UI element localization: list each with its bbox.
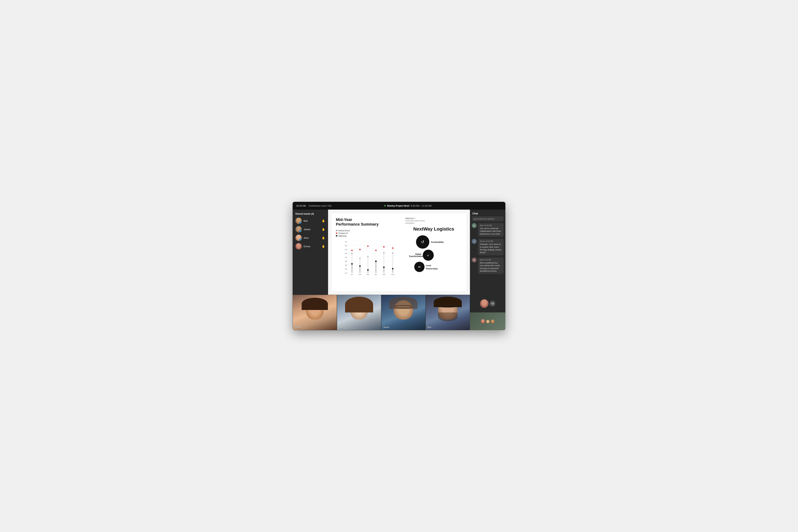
slide-legend: Nostrud Exerci Tincidunt Ut Adipiscing xyxy=(336,230,405,237)
avatar-bob: ✓ xyxy=(296,217,302,224)
conference-app: 10:23 AM Conference room 7/21 Weekly Pro… xyxy=(292,202,506,330)
slide: Mid-Year Performance Summary Nostrud Exe… xyxy=(331,213,467,291)
bubble-sustainability: ↺ xyxy=(416,235,429,249)
slide-right-top: Adipiscing ↗ Lorem ipsum dolor sit amet,… xyxy=(405,217,462,224)
chat-header: Chat xyxy=(470,210,506,216)
raised-hands-title: Raised hands (4) xyxy=(296,212,325,215)
legend-item-1: Nostrud Exerci xyxy=(336,230,405,232)
participant-james[interactable]: ✓ James ✋ xyxy=(296,226,325,232)
chat-avatar-james: J xyxy=(472,239,477,244)
raised-hands-sidebar: Raised hands (4) ✓ Bob ✋ ✓ James xyxy=(292,210,328,295)
meeting-time: 9:00 AM – 11:00 AM xyxy=(411,205,432,207)
svg-point-40 xyxy=(359,265,361,267)
slide-left: Mid-Year Performance Summary Nostrud Exe… xyxy=(336,217,405,287)
chat-message-james: J James 10:22 AM Fantastic. Let's move o… xyxy=(472,239,504,255)
participant-bob[interactable]: ✓ Bob ✋ xyxy=(296,217,325,224)
name-alice: Alice xyxy=(304,236,320,239)
bubble-digital: ↙ xyxy=(423,250,434,261)
chat-message-bob: B Bob 10:23 AM We've published four new … xyxy=(472,258,504,274)
video-label-bob: Bob xyxy=(428,326,431,329)
extra-avatar xyxy=(480,299,489,308)
svg-text:May: May xyxy=(382,273,385,275)
participant-list: ✓ Bob ✋ ✓ James ✋ ✓ xyxy=(296,217,325,249)
chat-bubble-alice: Alice 10:20 AM Yes, we've confirmed coll… xyxy=(478,223,504,237)
bubble-local-wrapper: ✉ LocalPartnerships xyxy=(414,262,438,272)
legend-dot-1 xyxy=(336,230,337,231)
hand-icon-emma: ✋ xyxy=(322,245,325,248)
company-name: NextWay Logistics xyxy=(405,226,462,232)
svg-point-42 xyxy=(367,269,369,271)
chat-avatar-alice: A xyxy=(472,223,477,228)
svg-point-44 xyxy=(375,261,377,262)
legend-item-2: Tincidunt Ut xyxy=(336,232,405,234)
main-content: Raised hands (4) ✓ Bob ✋ ✓ James xyxy=(292,210,506,295)
svg-text:400: 400 xyxy=(345,261,347,262)
svg-text:200: 200 xyxy=(345,268,347,270)
hand-icon-bob: ✋ xyxy=(322,219,325,223)
chat-text-bob: We've published four new articles this m… xyxy=(480,262,502,272)
name-emma: Emma xyxy=(304,245,320,248)
bubbles-area: ↺ Sustainability DigitalTransformation ↙… xyxy=(405,235,462,272)
chat-avatar-bob: B xyxy=(472,258,477,263)
svg-point-48 xyxy=(392,268,394,269)
svg-text:Apr.: Apr. xyxy=(375,273,377,275)
status-dot xyxy=(384,205,386,206)
video-tile-alice[interactable]: Alice xyxy=(337,295,381,330)
svg-point-27 xyxy=(383,252,385,253)
svg-text:Feb.: Feb. xyxy=(359,273,361,275)
top-bar: 10:23 AM Conference room 7/21 Weekly Pro… xyxy=(292,202,506,210)
adipiscing-label: Adipiscing ↗ xyxy=(405,217,427,220)
svg-text:500: 500 xyxy=(345,256,347,258)
chat-sender-bob: Bob 10:23 AM xyxy=(480,259,502,261)
svg-point-36 xyxy=(392,247,394,249)
svg-text:Jan.: Jan. xyxy=(350,273,353,275)
chat-input[interactable]: about influencer partner– xyxy=(472,216,504,221)
slide-right: Adipiscing ↗ Lorem ipsum dolor sit amet,… xyxy=(405,217,462,287)
extra-tile-inner xyxy=(470,312,506,330)
label-local: LocalPartnerships xyxy=(426,264,438,270)
legend-dot-2 xyxy=(336,232,337,234)
lorem-text: Lorem ipsum dolor sit amet, consectetuer xyxy=(405,220,427,224)
badge-james: ✓ xyxy=(299,230,302,232)
video-tile-bob[interactable]: Bob xyxy=(425,295,470,330)
svg-point-33 xyxy=(367,245,369,247)
video-tile-james[interactable]: James xyxy=(381,295,425,330)
meeting-title: Weekly Project Brief xyxy=(387,205,409,207)
svg-point-29 xyxy=(392,252,394,254)
top-bar-left: 10:23 AM Conference room 7/21 xyxy=(296,205,331,207)
video-label-james: James xyxy=(383,326,390,329)
svg-text:900: 900 xyxy=(345,241,347,243)
chat-sender-alice: Alice 10:20 AM xyxy=(480,225,502,226)
svg-point-46 xyxy=(383,267,385,268)
avatar-james: ✓ xyxy=(296,226,302,232)
presentation-area: Mid-Year Performance Summary Nostrud Exe… xyxy=(328,210,470,295)
bubble-sustainability-wrapper: ↺ Sustainability xyxy=(416,235,444,249)
chat-sender-james: James 10:22 AM xyxy=(480,240,502,242)
participant-alice[interactable]: ✓ Alice ✋ xyxy=(296,234,325,241)
badge-bob: ✓ xyxy=(299,222,302,224)
video-strip: Emma Alice James xyxy=(292,295,506,330)
bubble-local: ✉ xyxy=(414,262,424,272)
svg-point-23 xyxy=(367,256,369,257)
participant-emma[interactable]: Emma ✋ xyxy=(296,243,325,249)
chart-container: 900 800 700 600 500 400 300 200 100 xyxy=(336,240,405,275)
svg-point-32 xyxy=(359,249,361,250)
avatar-emma xyxy=(296,243,302,249)
video-tile-emma[interactable]: Emma xyxy=(292,295,337,330)
legend-dot-3 xyxy=(336,235,337,236)
avatar-alice: ✓ xyxy=(296,234,302,241)
svg-text:Mar.: Mar. xyxy=(366,273,369,275)
extra-tile-top: +2 xyxy=(470,295,506,312)
extra-count[interactable]: +2 xyxy=(490,301,495,306)
svg-text:June: June xyxy=(391,273,394,275)
svg-point-21 xyxy=(359,258,361,259)
badge-alice: ✓ xyxy=(299,239,302,241)
label-sustainability: Sustainability xyxy=(431,241,444,243)
current-time: 10:23 AM xyxy=(296,205,306,207)
chat-messages: A Alice 10:20 AM Yes, we've confirmed co… xyxy=(470,223,506,295)
label-digital: DigitalTransformation xyxy=(409,253,421,257)
chat-bubble-james: James 10:22 AM Fantastic. Let's move on … xyxy=(478,239,504,255)
name-bob: Bob xyxy=(304,220,320,222)
video-label-alice: Alice xyxy=(339,326,343,329)
extra-tile-bottom xyxy=(470,312,506,330)
